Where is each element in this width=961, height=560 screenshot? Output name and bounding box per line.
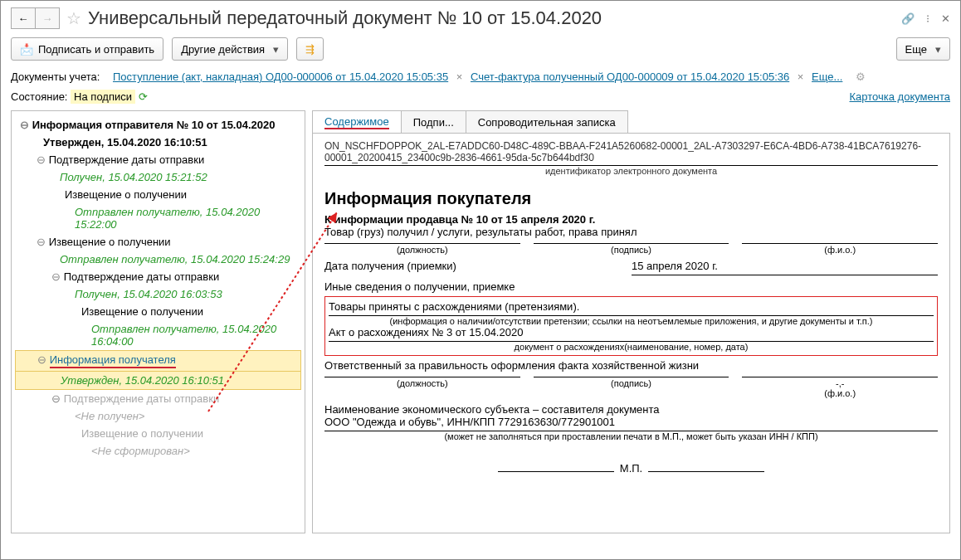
favorite-icon[interactable]: ☆ <box>66 8 81 28</box>
tree-node[interactable]: Подтверждение даты отправки <box>15 268 301 285</box>
state-label: Состояние: <box>11 90 67 103</box>
doc-link-receipt[interactable]: Поступление (акт, накладная) ОД00-000006… <box>113 71 448 83</box>
kebab-icon[interactable]: ⁝ <box>926 12 929 25</box>
tree-node[interactable]: Извещение о получении <box>15 303 301 320</box>
tree-icon: ⇶ <box>305 43 315 56</box>
remove-link-icon[interactable]: × <box>794 71 807 83</box>
sig-fio: -,-(ф.и.о.) <box>742 377 938 398</box>
refresh-icon[interactable]: ⟳ <box>139 90 148 103</box>
document-content: ON_NSCHFDOPPOK_2AL-E7ADDC60-D48C-489C-BB… <box>312 133 950 533</box>
send-icon: 📩 <box>20 43 33 56</box>
more-button[interactable]: Еще <box>896 37 950 61</box>
tree-status: Получен, 15.04.2020 15:21:52 <box>15 168 301 186</box>
sig-fio: (ф.и.о.) <box>742 243 938 255</box>
nav-fwd-button[interactable]: → <box>36 7 60 29</box>
remove-link-icon[interactable]: × <box>453 71 466 83</box>
tree-status: <Не сформирован> <box>15 442 301 460</box>
tree-node-disabled: Извещение о получении <box>15 425 301 442</box>
sig-signature: (подпись) <box>534 243 729 255</box>
tree-node[interactable]: Извещение о получении <box>15 233 301 251</box>
state-value: На подписи <box>71 90 135 104</box>
document-id: ON_NSCHFDOPPOK_2AL-E7ADDC60-D48C-489C-BB… <box>324 140 938 166</box>
received-text: Товар (груз) получил / услуги, результат… <box>324 226 938 238</box>
tree-node[interactable]: Извещение о получении <box>15 186 301 203</box>
structure-button[interactable]: ⇶ <box>296 37 324 61</box>
tab-cover-note[interactable]: Сопроводительная записка <box>466 110 628 134</box>
sig-position: (должность) <box>324 243 520 255</box>
sig-position: (должность) <box>324 377 520 398</box>
docs-label: Документы учета: <box>11 71 100 83</box>
act-text: Акт о расхождениях № 3 от 15.04.2020 <box>329 326 934 342</box>
tree-status: Отправлен получателю, 15.04.2020 16:04:0… <box>15 320 301 350</box>
tree-status: Получен, 15.04.2020 16:03:53 <box>15 285 301 303</box>
doc-link-invoice[interactable]: Счет-фактура полученный ОД00-000009 от 1… <box>471 71 789 83</box>
card-link[interactable]: Карточка документа <box>850 90 950 103</box>
receive-date-label: Дата получения (приемки) <box>324 260 598 275</box>
responsible-label: Ответственный за правильность оформления… <box>324 359 938 372</box>
sig-signature: (подпись) <box>534 377 729 398</box>
close-icon[interactable]: ✕ <box>941 12 950 25</box>
tree-node[interactable]: Подтверждение даты отправки <box>15 151 301 168</box>
gear-icon[interactable]: ⚙ <box>856 71 866 83</box>
claim-text: Товары приняты с расхождениями (претензи… <box>329 300 934 316</box>
tree-node-selected[interactable]: Информация получателя <box>15 350 301 372</box>
page-title: Универсальный передаточный документ № 10… <box>88 7 602 29</box>
sign-send-button[interactable]: 📩 Подписать и отправить <box>11 37 163 61</box>
seller-ref: К информации продавца № 10 от 15 апреля … <box>324 213 938 226</box>
act-caption: документ о расхождениях(наименование, но… <box>329 342 934 352</box>
tab-signatures[interactable]: Подпи... <box>401 110 466 134</box>
tree-root[interactable]: Информация отправителя № 10 от 15.04.202… <box>15 116 301 134</box>
tree-status: <Не получен> <box>15 407 301 425</box>
other-actions-button[interactable]: Другие действия <box>172 37 288 61</box>
nav-back-button[interactable]: ← <box>11 7 36 29</box>
stamp-label: М.П. <box>620 462 642 475</box>
tree-node-disabled: Подтверждение даты отправки <box>15 390 301 407</box>
receive-date-value: 15 апреля 2020 г. <box>632 260 938 275</box>
claims-box: Товары приняты с расхождениями (претензи… <box>324 296 938 356</box>
buyer-info-heading: Информация покупателя <box>324 189 938 208</box>
tab-content[interactable]: Содержимое <box>312 110 402 134</box>
tree-status: Отправлен получателю, 15.04.2020 15:22:0… <box>15 203 301 233</box>
tree-status: Утвержден, 15.04.2020 16:10:51 <box>15 372 301 390</box>
link-icon[interactable]: 🔗 <box>901 12 915 25</box>
tree-panel: Информация отправителя № 10 от 15.04.202… <box>11 110 305 533</box>
entity-caption: (может не заполняться при проставлении п… <box>324 431 938 441</box>
doc-link-more[interactable]: Еще... <box>812 71 842 83</box>
entity-label: Наименование экономического субъекта – с… <box>324 403 938 416</box>
tree-status: Отправлен получателю, 15.04.2020 15:24:2… <box>15 251 301 268</box>
claim-caption: (информация о наличии/отсутствии претенз… <box>329 316 934 326</box>
entity-value: ООО "Одежда и обувь", ИНН/КПП 7729163630… <box>324 416 938 431</box>
document-id-caption: идентификатор электронного документа <box>324 166 938 176</box>
tree-root-status: Утвержден, 15.04.2020 16:10:51 <box>15 134 301 151</box>
other-info-label: Иные сведения о получении, приемке <box>324 280 938 293</box>
